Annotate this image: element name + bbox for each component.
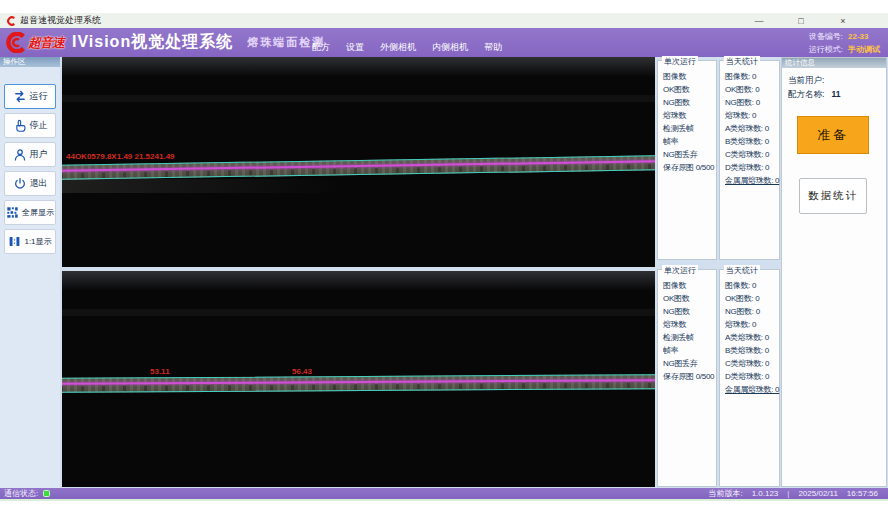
stats-row: 帧率: [663, 135, 716, 148]
outer-camera-view: 44OK0579.8X1.49 21.5241.49: [62, 57, 655, 267]
stats-row: NG图丢弃: [663, 357, 716, 370]
stats-row: A类熔珠数: 0: [725, 122, 779, 135]
daily-stats-panel-bottom: 当天统计 图像数: 0OK图数: 0NG图数: 0熔珠数: 0A类熔珠数: 0B…: [719, 269, 780, 487]
one-to-one-button[interactable]: 1:1显示: [4, 229, 56, 254]
sync-arrows-icon: [13, 90, 27, 103]
minimize-button[interactable]: —: [738, 16, 780, 26]
maximize-button[interactable]: □: [780, 16, 822, 26]
prepare-button[interactable]: 准备: [797, 116, 869, 154]
stats-row: NG图数: [663, 305, 716, 318]
stop-button[interactable]: 停止: [4, 113, 56, 138]
brand-logo: 超音速: [5, 32, 64, 53]
stats-row: OK图数: [663, 292, 716, 305]
brand-swirl-icon: [5, 32, 26, 53]
user-button[interactable]: 用户: [4, 142, 56, 167]
seam-band: [62, 374, 655, 393]
app-icon: [6, 16, 16, 26]
stats-row: D类熔珠数: 0: [725, 161, 779, 174]
stats-row: 检测丢帧: [663, 331, 716, 344]
stats-row: 金属屑熔珠数: 0: [725, 174, 779, 187]
camera-glow: [62, 271, 655, 291]
data-statistics-button[interactable]: 数据统计: [799, 178, 867, 214]
stats-row: 图像数: [663, 70, 716, 83]
stats-row: 图像数: 0: [725, 70, 779, 83]
stats-row: NG图丢弃: [663, 148, 716, 161]
exit-button[interactable]: 退出: [4, 171, 56, 196]
stats-row: OK图数: 0: [725, 83, 779, 96]
stats-row: 熔珠数: 0: [725, 318, 779, 331]
single-run-panel-top: 单次运行 图像数OK图数NG图数熔珠数检测丢帧帧率NG图丢弃保存原图 0/500: [657, 60, 717, 260]
hand-stop-icon: [13, 119, 27, 133]
stats-row: C类熔珠数: 0: [725, 357, 779, 370]
status-date: 2025/02/11: [798, 489, 837, 498]
camera-glow: [62, 57, 655, 77]
single-run-panel-bottom: 单次运行 图像数OK图数NG图数熔珠数检测丢帧帧率NG图丢弃保存原图 0/500: [657, 269, 717, 487]
panel-title: 当天统计: [724, 56, 760, 67]
inner-camera-view: 53.11 56.43: [62, 271, 655, 487]
weld-seam-detection: [62, 374, 655, 393]
info-panel-title: 统计信息: [782, 58, 886, 68]
page-title: IVision视觉处理系统: [72, 32, 233, 53]
stats-row: OK图数: [663, 83, 716, 96]
device-number-value: 22-33: [848, 30, 868, 43]
brand-name: 超音速: [28, 34, 64, 52]
fullscreen-button[interactable]: 全屏显示: [4, 200, 56, 225]
sidebar-title: 操作区: [0, 57, 60, 67]
menu-item[interactable]: 配方: [312, 41, 330, 54]
stats-row: C类熔珠数: 0: [725, 148, 779, 161]
menu-item[interactable]: 帮助: [484, 41, 502, 54]
app-window: 超音速视觉处理系统 — □ × 超音速 IVision视觉处理系统 熔珠端面检测…: [0, 0, 888, 522]
stats-row: NG图数: [663, 96, 716, 109]
camera-streak: [62, 95, 655, 102]
run-mode-value: 手动调试: [848, 43, 880, 56]
recipe-name-value: 11: [831, 87, 840, 101]
comm-status-label: 通信状态:: [4, 488, 38, 499]
stats-row: 保存原图 0/500: [663, 370, 716, 383]
one-to-one-icon: [8, 235, 21, 248]
app-header: 超音速 IVision视觉处理系统 熔珠端面检测 配方设置外侧相机内侧相机帮助 …: [0, 28, 888, 57]
panel-title: 单次运行: [662, 265, 698, 276]
status-bar: 通信状态: 当前版本: 1.0.123 | 2025/02/11 16:57:5…: [0, 488, 888, 501]
stats-row: 金属屑熔珠数: 0: [725, 383, 779, 396]
run-button[interactable]: 运行: [4, 84, 56, 109]
comm-status-indicator: [43, 490, 50, 497]
stats-row: NG图数: 0: [725, 96, 779, 109]
measurement-annotation: 44OK0579.8X1.49 21.5241.49: [66, 152, 175, 161]
stats-row: B类熔珠数: 0: [725, 344, 779, 357]
daily-stats-panel-top: 当天统计 图像数: 0OK图数: 0NG图数: 0熔珠数: 0A类熔珠数: 0B…: [719, 60, 780, 260]
statistics-info-panel: 统计信息 当前用户: 配方名称: 11 准备 数据统计: [781, 57, 887, 487]
run-mode-label: 运行模式:: [793, 43, 843, 56]
power-icon: [13, 177, 27, 191]
measurement-annotation: 56.43: [292, 367, 312, 376]
operation-sidebar: 操作区 运行 停止 用户: [0, 57, 60, 488]
stats-row: NG图数: 0: [725, 305, 779, 318]
version-value: 1.0.123: [752, 489, 779, 498]
seam-laser-line: [62, 160, 655, 171]
stats-row: OK图数: 0: [725, 292, 779, 305]
menu-item[interactable]: 外侧相机: [380, 41, 416, 54]
seam-reflection: [62, 179, 342, 193]
stats-row: 熔珠数: 0: [725, 109, 779, 122]
version-label: 当前版本:: [708, 488, 742, 499]
menu-item[interactable]: 设置: [346, 41, 364, 54]
stats-row: B类熔珠数: 0: [725, 135, 779, 148]
stats-row: 图像数: 0: [725, 279, 779, 292]
device-number-label: 设备编号:: [793, 30, 843, 43]
panel-title: 当天统计: [724, 265, 760, 276]
stats-row: 帧率: [663, 344, 716, 357]
stats-row: 图像数: [663, 279, 716, 292]
recipe-name-label: 配方名称:: [788, 87, 824, 101]
status-time: 16:57:56: [847, 489, 878, 498]
seam-laser-line: [62, 379, 655, 385]
camera-streak: [62, 309, 655, 316]
stats-row: 熔珠数: [663, 318, 716, 331]
device-info: 设备编号: 22-33 运行模式: 手动调试: [793, 30, 880, 56]
menu-item[interactable]: 内侧相机: [432, 41, 468, 54]
stats-row: A类熔珠数: 0: [725, 331, 779, 344]
stats-row: D类熔珠数: 0: [725, 370, 779, 383]
main-menu: 配方设置外侧相机内侧相机帮助: [312, 41, 502, 54]
close-button[interactable]: ×: [822, 16, 864, 26]
stats-row: 检测丢帧: [663, 122, 716, 135]
current-user-label: 当前用户:: [788, 73, 824, 87]
stats-row: 保存原图 0/500: [663, 161, 716, 174]
